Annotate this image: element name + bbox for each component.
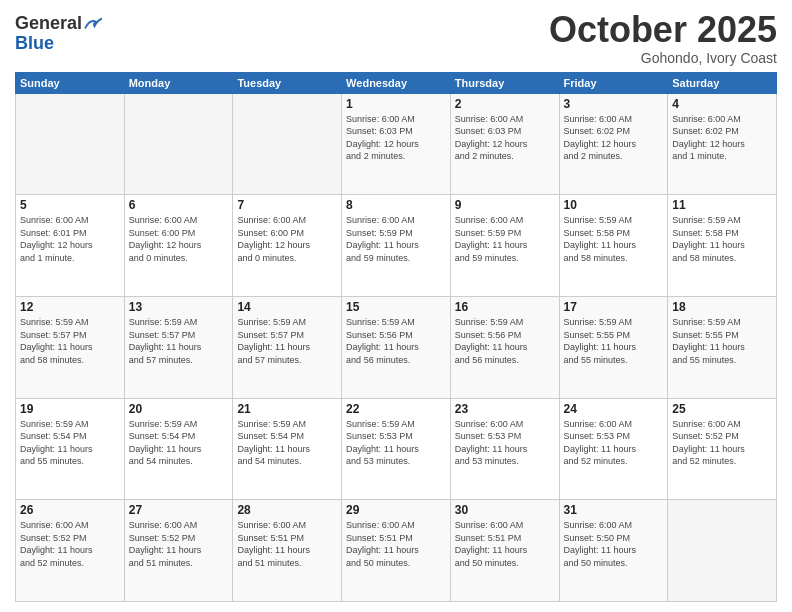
calendar-cell	[16, 93, 125, 195]
day-info: Sunrise: 5:59 AMSunset: 5:55 PMDaylight:…	[672, 316, 772, 366]
calendar-day-header-wednesday: Wednesday	[342, 72, 451, 93]
calendar-cell: 28Sunrise: 6:00 AMSunset: 5:51 PMDayligh…	[233, 500, 342, 602]
calendar-cell: 13Sunrise: 5:59 AMSunset: 5:57 PMDayligh…	[124, 296, 233, 398]
day-info: Sunrise: 6:00 AMSunset: 5:52 PMDaylight:…	[20, 519, 120, 569]
day-number: 4	[672, 97, 772, 111]
day-number: 21	[237, 402, 337, 416]
calendar-week-row: 5Sunrise: 6:00 AMSunset: 6:01 PMDaylight…	[16, 195, 777, 297]
day-number: 29	[346, 503, 446, 517]
day-info: Sunrise: 5:59 AMSunset: 5:54 PMDaylight:…	[20, 418, 120, 468]
calendar-cell: 31Sunrise: 6:00 AMSunset: 5:50 PMDayligh…	[559, 500, 668, 602]
logo-general-text: General	[15, 14, 82, 34]
day-info: Sunrise: 6:00 AMSunset: 5:53 PMDaylight:…	[564, 418, 664, 468]
day-number: 8	[346, 198, 446, 212]
day-number: 19	[20, 402, 120, 416]
calendar-cell: 12Sunrise: 5:59 AMSunset: 5:57 PMDayligh…	[16, 296, 125, 398]
logo: General Blue	[15, 14, 102, 54]
calendar-cell: 22Sunrise: 5:59 AMSunset: 5:53 PMDayligh…	[342, 398, 451, 500]
calendar-week-row: 26Sunrise: 6:00 AMSunset: 5:52 PMDayligh…	[16, 500, 777, 602]
day-info: Sunrise: 6:00 AMSunset: 5:53 PMDaylight:…	[455, 418, 555, 468]
month-title: October 2025	[549, 10, 777, 50]
logo-blue-text: Blue	[15, 33, 54, 53]
header: General Blue October 2025 Gohondo, Ivory…	[15, 10, 777, 66]
calendar-header-row: SundayMondayTuesdayWednesdayThursdayFrid…	[16, 72, 777, 93]
calendar-cell: 29Sunrise: 6:00 AMSunset: 5:51 PMDayligh…	[342, 500, 451, 602]
calendar-cell: 16Sunrise: 5:59 AMSunset: 5:56 PMDayligh…	[450, 296, 559, 398]
day-number: 1	[346, 97, 446, 111]
calendar-table: SundayMondayTuesdayWednesdayThursdayFrid…	[15, 72, 777, 602]
calendar-cell: 9Sunrise: 6:00 AMSunset: 5:59 PMDaylight…	[450, 195, 559, 297]
calendar-cell: 3Sunrise: 6:00 AMSunset: 6:02 PMDaylight…	[559, 93, 668, 195]
calendar-day-header-saturday: Saturday	[668, 72, 777, 93]
calendar-cell: 5Sunrise: 6:00 AMSunset: 6:01 PMDaylight…	[16, 195, 125, 297]
calendar-cell: 21Sunrise: 5:59 AMSunset: 5:54 PMDayligh…	[233, 398, 342, 500]
calendar-week-row: 1Sunrise: 6:00 AMSunset: 6:03 PMDaylight…	[16, 93, 777, 195]
calendar-cell	[124, 93, 233, 195]
day-number: 30	[455, 503, 555, 517]
day-info: Sunrise: 5:59 AMSunset: 5:54 PMDaylight:…	[237, 418, 337, 468]
location: Gohondo, Ivory Coast	[549, 50, 777, 66]
day-info: Sunrise: 6:00 AMSunset: 5:51 PMDaylight:…	[346, 519, 446, 569]
day-info: Sunrise: 6:00 AMSunset: 6:02 PMDaylight:…	[672, 113, 772, 163]
calendar-week-row: 12Sunrise: 5:59 AMSunset: 5:57 PMDayligh…	[16, 296, 777, 398]
day-number: 5	[20, 198, 120, 212]
day-number: 14	[237, 300, 337, 314]
day-number: 15	[346, 300, 446, 314]
day-number: 28	[237, 503, 337, 517]
day-info: Sunrise: 5:59 AMSunset: 5:56 PMDaylight:…	[455, 316, 555, 366]
calendar-cell: 25Sunrise: 6:00 AMSunset: 5:52 PMDayligh…	[668, 398, 777, 500]
logo-bird-icon	[84, 15, 102, 33]
day-info: Sunrise: 5:59 AMSunset: 5:57 PMDaylight:…	[129, 316, 229, 366]
day-info: Sunrise: 6:00 AMSunset: 6:01 PMDaylight:…	[20, 214, 120, 264]
calendar-cell: 19Sunrise: 5:59 AMSunset: 5:54 PMDayligh…	[16, 398, 125, 500]
calendar-cell: 18Sunrise: 5:59 AMSunset: 5:55 PMDayligh…	[668, 296, 777, 398]
day-info: Sunrise: 6:00 AMSunset: 6:00 PMDaylight:…	[237, 214, 337, 264]
day-number: 17	[564, 300, 664, 314]
day-info: Sunrise: 6:00 AMSunset: 6:03 PMDaylight:…	[455, 113, 555, 163]
calendar-day-header-tuesday: Tuesday	[233, 72, 342, 93]
day-info: Sunrise: 6:00 AMSunset: 6:03 PMDaylight:…	[346, 113, 446, 163]
day-number: 27	[129, 503, 229, 517]
calendar-day-header-friday: Friday	[559, 72, 668, 93]
calendar-day-header-monday: Monday	[124, 72, 233, 93]
calendar-cell: 2Sunrise: 6:00 AMSunset: 6:03 PMDaylight…	[450, 93, 559, 195]
day-number: 20	[129, 402, 229, 416]
calendar-cell: 26Sunrise: 6:00 AMSunset: 5:52 PMDayligh…	[16, 500, 125, 602]
day-number: 23	[455, 402, 555, 416]
day-info: Sunrise: 6:00 AMSunset: 5:52 PMDaylight:…	[672, 418, 772, 468]
calendar-cell: 30Sunrise: 6:00 AMSunset: 5:51 PMDayligh…	[450, 500, 559, 602]
day-info: Sunrise: 6:00 AMSunset: 5:59 PMDaylight:…	[455, 214, 555, 264]
day-info: Sunrise: 6:00 AMSunset: 5:51 PMDaylight:…	[237, 519, 337, 569]
day-info: Sunrise: 6:00 AMSunset: 6:02 PMDaylight:…	[564, 113, 664, 163]
day-number: 9	[455, 198, 555, 212]
day-number: 13	[129, 300, 229, 314]
page: General Blue October 2025 Gohondo, Ivory…	[0, 0, 792, 612]
day-info: Sunrise: 5:59 AMSunset: 5:56 PMDaylight:…	[346, 316, 446, 366]
day-info: Sunrise: 5:59 AMSunset: 5:58 PMDaylight:…	[672, 214, 772, 264]
calendar-cell: 11Sunrise: 5:59 AMSunset: 5:58 PMDayligh…	[668, 195, 777, 297]
calendar-cell	[233, 93, 342, 195]
day-info: Sunrise: 5:59 AMSunset: 5:54 PMDaylight:…	[129, 418, 229, 468]
calendar-cell: 24Sunrise: 6:00 AMSunset: 5:53 PMDayligh…	[559, 398, 668, 500]
day-number: 31	[564, 503, 664, 517]
calendar-cell	[668, 500, 777, 602]
day-number: 22	[346, 402, 446, 416]
calendar-cell: 7Sunrise: 6:00 AMSunset: 6:00 PMDaylight…	[233, 195, 342, 297]
day-number: 18	[672, 300, 772, 314]
calendar-cell: 10Sunrise: 5:59 AMSunset: 5:58 PMDayligh…	[559, 195, 668, 297]
day-info: Sunrise: 6:00 AMSunset: 5:59 PMDaylight:…	[346, 214, 446, 264]
calendar-cell: 6Sunrise: 6:00 AMSunset: 6:00 PMDaylight…	[124, 195, 233, 297]
day-number: 26	[20, 503, 120, 517]
day-info: Sunrise: 6:00 AMSunset: 5:51 PMDaylight:…	[455, 519, 555, 569]
day-info: Sunrise: 6:00 AMSunset: 5:52 PMDaylight:…	[129, 519, 229, 569]
calendar-cell: 14Sunrise: 5:59 AMSunset: 5:57 PMDayligh…	[233, 296, 342, 398]
day-info: Sunrise: 6:00 AMSunset: 6:00 PMDaylight:…	[129, 214, 229, 264]
day-number: 7	[237, 198, 337, 212]
day-number: 2	[455, 97, 555, 111]
day-number: 3	[564, 97, 664, 111]
day-number: 11	[672, 198, 772, 212]
day-info: Sunrise: 5:59 AMSunset: 5:53 PMDaylight:…	[346, 418, 446, 468]
calendar-cell: 1Sunrise: 6:00 AMSunset: 6:03 PMDaylight…	[342, 93, 451, 195]
day-info: Sunrise: 5:59 AMSunset: 5:55 PMDaylight:…	[564, 316, 664, 366]
day-info: Sunrise: 5:59 AMSunset: 5:58 PMDaylight:…	[564, 214, 664, 264]
